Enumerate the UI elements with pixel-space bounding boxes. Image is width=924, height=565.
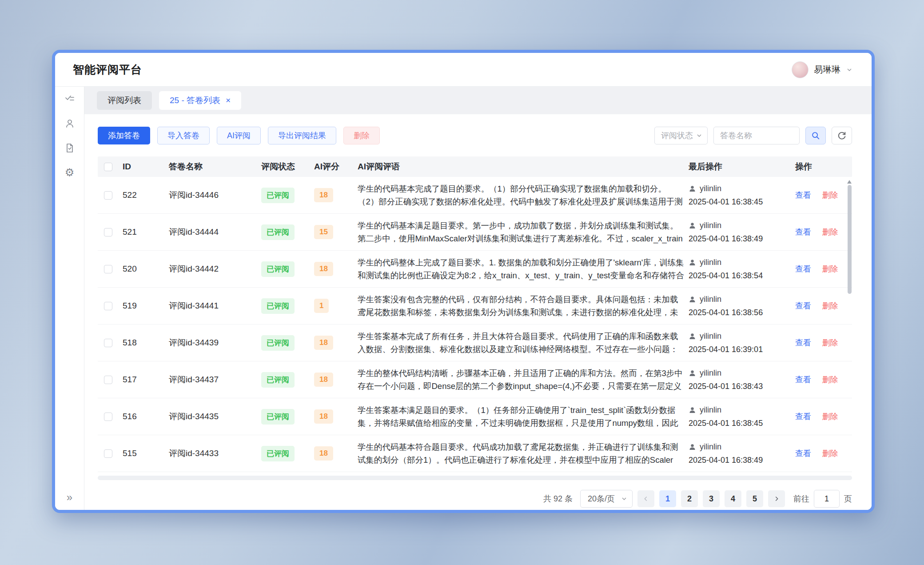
delete-link[interactable]: 删除 bbox=[822, 375, 838, 384]
row-checkbox[interactable] bbox=[104, 228, 112, 236]
row-checkbox[interactable] bbox=[104, 413, 112, 421]
status-filter-select[interactable]: 评阅状态 bbox=[654, 127, 708, 144]
ai-comment: 学生答案基本满足题目的要求。（1）任务部分正确使用了`train_test_sp… bbox=[358, 404, 684, 429]
tab-strip: 评阅列表 25 - 答卷列表 × bbox=[84, 87, 872, 114]
gear-icon[interactable]: ⚙ bbox=[65, 167, 75, 178]
ai-comment: 学生答案基本完成了所有任务，并且大体符合题目要求。代码使用了正确的库和函数来载入… bbox=[358, 330, 684, 356]
delete-button[interactable]: 删除 bbox=[343, 127, 380, 144]
import-answer-button[interactable]: 导入答卷 bbox=[157, 127, 210, 144]
sidebar-collapse-icon[interactable]: » bbox=[67, 491, 72, 504]
goto-page-input[interactable] bbox=[814, 490, 840, 508]
view-link[interactable]: 查看 bbox=[795, 412, 811, 421]
horizontal-scrollbar[interactable] bbox=[98, 476, 852, 480]
add-answer-button[interactable]: 添加答卷 bbox=[98, 127, 150, 144]
operator-name: yilinlin bbox=[700, 405, 721, 415]
scroll-up-arrow[interactable] bbox=[847, 178, 852, 184]
view-link[interactable]: 查看 bbox=[795, 264, 811, 273]
row-id: 521 bbox=[123, 227, 169, 237]
operation-time: 2025-04-01 16:38:49 bbox=[689, 456, 791, 465]
select-all-checkbox[interactable] bbox=[104, 163, 112, 171]
refresh-icon bbox=[837, 131, 847, 140]
page-button-3[interactable]: 3 bbox=[703, 490, 720, 507]
page-size-select[interactable]: 20条/页 bbox=[580, 490, 633, 508]
view-link[interactable]: 查看 bbox=[795, 301, 811, 310]
ai-comment: 学生的代码基本满足题目要求。第一步中，成功加载了数据，并划分成训练集和测试集。第… bbox=[358, 219, 684, 245]
row-checkbox[interactable] bbox=[104, 339, 112, 347]
delete-link[interactable]: 删除 bbox=[822, 264, 838, 273]
operator-name: yilinlin bbox=[700, 295, 721, 304]
next-page-button[interactable] bbox=[768, 490, 785, 507]
tab-review-list[interactable]: 评阅列表 bbox=[97, 91, 152, 110]
chevron-down-icon bbox=[696, 132, 703, 139]
score-badge: 1 bbox=[314, 299, 329, 313]
chevron-right-icon bbox=[773, 495, 780, 502]
close-icon[interactable]: × bbox=[226, 96, 231, 105]
row-checkbox[interactable] bbox=[104, 376, 112, 384]
user-menu[interactable]: 易琳琳 bbox=[792, 61, 853, 78]
row-id: 517 bbox=[123, 375, 169, 385]
prev-page-button[interactable] bbox=[637, 490, 654, 507]
row-checkbox[interactable] bbox=[104, 302, 112, 310]
delete-link[interactable]: 删除 bbox=[822, 228, 838, 236]
table-header-row: ID 答卷名称 评阅状态 AI评分 AI评阅评语 最后操作 操作 bbox=[98, 156, 852, 177]
view-link[interactable]: 查看 bbox=[795, 449, 811, 458]
view-link[interactable]: 查看 bbox=[795, 338, 811, 347]
ai-review-button[interactable]: AI评阅 bbox=[217, 127, 261, 144]
search-button[interactable] bbox=[805, 127, 826, 144]
delete-link[interactable]: 删除 bbox=[822, 449, 838, 458]
operation-time: 2025-04-01 16:38:49 bbox=[689, 234, 791, 244]
row-name: 评阅id-34439 bbox=[169, 337, 261, 349]
operator-name: yilinlin bbox=[700, 442, 721, 452]
ai-comment: 学生的代码基本完成了题目的要求。（1）部分代码正确实现了数据集的加载和切分。（2… bbox=[358, 182, 684, 208]
status-badge: 已评阅 bbox=[261, 372, 295, 388]
goto-label: 前往 bbox=[793, 493, 809, 504]
search-input[interactable] bbox=[713, 127, 800, 144]
chevron-left-icon bbox=[642, 495, 649, 502]
export-result-button[interactable]: 导出评阅结果 bbox=[268, 127, 336, 144]
row-id: 519 bbox=[123, 301, 169, 311]
user-name: 易琳琳 bbox=[814, 64, 840, 76]
status-badge: 已评阅 bbox=[261, 224, 295, 240]
row-name: 评阅id-34437 bbox=[169, 374, 261, 385]
view-link[interactable]: 查看 bbox=[795, 191, 811, 200]
answers-table: ID 答卷名称 评阅状态 AI评分 AI评阅评语 最后操作 操作 522 评阅i… bbox=[98, 156, 852, 480]
page-button-1[interactable]: 1 bbox=[659, 490, 676, 507]
delete-link[interactable]: 删除 bbox=[822, 301, 838, 310]
user-icon[interactable] bbox=[64, 118, 75, 129]
delete-link[interactable]: 删除 bbox=[822, 338, 838, 347]
avatar[interactable] bbox=[792, 61, 808, 78]
row-checkbox[interactable] bbox=[104, 449, 112, 458]
page-button-2[interactable]: 2 bbox=[681, 490, 698, 507]
status-badge: 已评阅 bbox=[261, 409, 295, 425]
person-icon bbox=[689, 222, 696, 229]
row-name: 评阅id-34435 bbox=[169, 411, 261, 422]
table-row: 520 评阅id-34442 已评阅 18 学生的代码整体上完成了题目要求。1.… bbox=[98, 251, 852, 288]
operator-name: yilinlin bbox=[700, 369, 721, 378]
delete-link[interactable]: 删除 bbox=[822, 191, 838, 200]
review-list-icon[interactable] bbox=[64, 94, 75, 104]
table-row: 515 评阅id-34433 已评阅 18 学生的代码基本符合题目要求。代码成功… bbox=[98, 435, 852, 472]
page-button-4[interactable]: 4 bbox=[725, 490, 741, 507]
page-unit-label: 页 bbox=[844, 493, 852, 504]
table-row: 517 评阅id-34437 已评阅 18 学生的整体代码结构清晰，步骤基本正确… bbox=[98, 361, 852, 398]
row-name: 评阅id-34441 bbox=[169, 300, 261, 312]
table-body: 522 评阅id-34446 已评阅 18 学生的代码基本完成了题目的要求。（1… bbox=[98, 177, 852, 472]
table-row: 518 评阅id-34439 已评阅 18 学生答案基本完成了所有任务，并且大体… bbox=[98, 325, 852, 361]
delete-link[interactable]: 删除 bbox=[822, 412, 838, 421]
vertical-scrollbar[interactable] bbox=[848, 185, 852, 294]
operation-time: 2025-04-01 16:38:56 bbox=[689, 308, 791, 317]
document-check-icon[interactable] bbox=[64, 143, 75, 153]
total-count: 共 92 条 bbox=[543, 493, 573, 504]
ai-comment: 学生的整体代码结构清晰，步骤基本正确，并且适用了正确的库和方法。然而，在第3步中… bbox=[358, 367, 684, 393]
status-badge: 已评阅 bbox=[261, 261, 295, 277]
row-checkbox[interactable] bbox=[104, 265, 112, 273]
row-checkbox[interactable] bbox=[104, 191, 112, 200]
view-link[interactable]: 查看 bbox=[795, 375, 811, 384]
operation-time: 2025-04-01 16:38:45 bbox=[689, 419, 791, 428]
page-button-5[interactable]: 5 bbox=[746, 490, 763, 507]
page-title: 智能评阅平台 bbox=[73, 62, 142, 77]
refresh-button[interactable] bbox=[832, 127, 852, 144]
app-window: 智能评阅平台 易琳琳 ⚙ » 评阅列表 25 - 答卷列表 × bbox=[52, 50, 875, 513]
tab-answer-list[interactable]: 25 - 答卷列表 × bbox=[159, 91, 241, 110]
view-link[interactable]: 查看 bbox=[795, 228, 811, 236]
